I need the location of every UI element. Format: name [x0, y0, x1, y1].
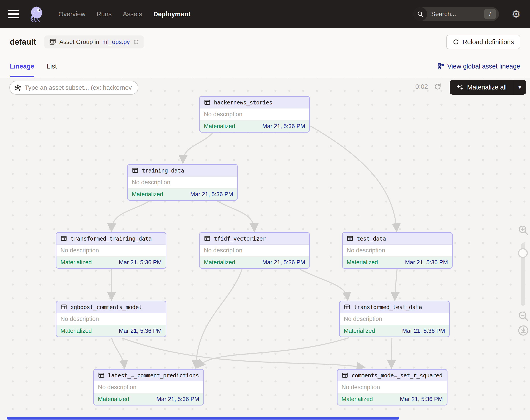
asset-node-footer: MaterializedMar 21, 5:36 PM: [200, 120, 309, 132]
asset-name: tfidf_vectorizer: [214, 235, 266, 242]
asset-node[interactable]: tfidf_vectorizerNo descriptionMaterializ…: [199, 232, 310, 269]
table-icon: [341, 372, 348, 379]
asset-node-header: transformed_training_data: [57, 233, 166, 245]
asset-name: transformed_training_data: [71, 235, 152, 242]
search-icon: [413, 7, 427, 21]
top-navigation: Overview Runs Assets Deployment Search..…: [0, 0, 530, 28]
reload-definitions-button[interactable]: Reload definitions: [446, 35, 520, 49]
graph-refresh-icon[interactable]: [434, 83, 442, 90]
tab-list[interactable]: List: [47, 56, 57, 77]
asset-description: No description: [338, 381, 447, 393]
nav-item-deployment[interactable]: Deployment: [153, 11, 191, 18]
materialize-all-label: Materialize all: [467, 84, 507, 91]
horizontal-scrollbar[interactable]: [7, 417, 399, 420]
materialize-all-button[interactable]: Materialize all: [450, 83, 513, 91]
asset-node-footer: MaterializedMar 21, 5:36 PM: [57, 325, 166, 337]
nav-item-overview[interactable]: Overview: [59, 11, 86, 18]
asset-timestamp[interactable]: Mar 21, 5:36 PM: [190, 191, 233, 198]
zoom-in-button[interactable]: [517, 224, 529, 236]
lineage-edge: [217, 201, 254, 230]
zoom-out-button[interactable]: [517, 310, 529, 322]
tab-lineage[interactable]: Lineage: [10, 56, 34, 77]
asset-name: comments_mode…_set_r_squared: [352, 372, 442, 379]
asset-node-footer: MaterializedMar 21, 5:36 PM: [200, 257, 309, 268]
lineage-edge: [310, 126, 397, 230]
asset-node-header: tfidf_vectorizer: [200, 233, 309, 245]
asset-status: Materialized: [344, 327, 375, 334]
asset-description: No description: [128, 177, 237, 189]
page-header: default Asset Group in ml_ops.py Reload …: [0, 28, 530, 56]
asset-group-label: Asset Group in: [59, 39, 99, 45]
asset-description: No description: [200, 108, 309, 120]
asset-node-header: comments_mode…_set_r_squared: [338, 370, 447, 381]
refresh-icon: [453, 39, 459, 45]
asset-timestamp[interactable]: Mar 21, 5:36 PM: [402, 327, 445, 334]
asset-timestamp[interactable]: Mar 21, 5:36 PM: [119, 327, 162, 334]
asset-node-footer: MaterializedMar 21, 5:36 PM: [338, 393, 447, 405]
asset-description: No description: [57, 313, 166, 325]
asset-group-file-link[interactable]: ml_ops.py: [102, 39, 130, 45]
asset-node[interactable]: latest_…_comment_predictionsNo descripti…: [93, 369, 204, 405]
asset-filter-input[interactable]: [24, 84, 133, 91]
asset-name: transformed_test_data: [354, 304, 422, 310]
asset-lineage-canvas[interactable]: 0:02 Materialize all ▾ hackernews_storie…: [0, 78, 530, 420]
asset-node-header: training_data: [128, 165, 237, 177]
asset-timestamp[interactable]: Mar 21, 5:36 PM: [156, 396, 199, 403]
table-icon: [60, 235, 67, 242]
dagster-octopus-logo[interactable]: [28, 6, 44, 22]
asset-status: Materialized: [132, 191, 163, 198]
asset-status: Materialized: [60, 327, 92, 334]
asset-name: hackernews_stories: [214, 99, 272, 106]
search-box[interactable]: Search... /: [413, 7, 499, 21]
reload-definitions-label: Reload definitions: [462, 38, 514, 46]
view-global-asset-lineage-link[interactable]: View global asset lineage: [437, 63, 520, 70]
asset-node[interactable]: xgboost_comments_modelNo descriptionMate…: [56, 300, 166, 337]
asset-timestamp[interactable]: Mar 21, 5:36 PM: [400, 396, 443, 403]
asset-node-header: test_data: [343, 233, 452, 245]
settings-gear-icon[interactable]: ⚙: [512, 9, 521, 19]
lineage-edge: [183, 133, 212, 162]
asset-timestamp[interactable]: Mar 21, 5:36 PM: [262, 123, 305, 130]
lineage-edge: [196, 269, 242, 367]
table-icon: [49, 38, 56, 45]
view-global-asset-lineage-label: View global asset lineage: [447, 63, 520, 70]
zoom-slider-thumb[interactable]: [518, 248, 528, 258]
asset-node[interactable]: test_dataNo descriptionMaterializedMar 2…: [342, 232, 453, 269]
table-icon: [204, 99, 211, 106]
asset-name: training_data: [142, 167, 184, 174]
asset-description: No description: [200, 245, 309, 257]
asset-node-header: xgboost_comments_model: [57, 301, 166, 313]
lineage-edge: [122, 338, 363, 367]
nav-item-runs[interactable]: Runs: [97, 11, 112, 18]
asset-name: latest_…_comment_predictions: [108, 372, 199, 379]
lineage-graph-icon: [437, 63, 444, 70]
download-image-button[interactable]: [517, 325, 529, 336]
graph-timer: 0:02: [415, 83, 428, 90]
lineage-edge: [395, 269, 397, 299]
page-title: default: [10, 37, 36, 47]
table-icon: [204, 235, 211, 242]
asset-node-header: latest_…_comment_predictions: [94, 370, 203, 381]
asset-timestamp[interactable]: Mar 21, 5:36 PM: [119, 259, 162, 266]
asset-node-footer: MaterializedMar 21, 5:36 PM: [94, 393, 203, 405]
asset-node[interactable]: transformed_training_dataNo descriptionM…: [56, 232, 166, 269]
asset-node[interactable]: transformed_test_dataNo descriptionMater…: [339, 300, 450, 337]
asset-timestamp[interactable]: Mar 21, 5:36 PM: [262, 259, 305, 266]
asset-status: Materialized: [204, 123, 235, 130]
nav-item-assets[interactable]: Assets: [123, 11, 142, 18]
dagster-app: Overview Runs Assets Deployment Search..…: [0, 0, 530, 420]
materialize-dropdown-caret[interactable]: ▾: [513, 84, 526, 90]
asset-description: No description: [340, 313, 449, 325]
asset-node[interactable]: training_dataNo descriptionMaterializedM…: [127, 164, 238, 201]
asset-node[interactable]: comments_mode…_set_r_squaredNo descripti…: [337, 369, 447, 405]
hamburger-menu-icon[interactable]: [8, 10, 19, 18]
nav-items: Overview Runs Assets Deployment: [59, 11, 191, 18]
asset-node-footer: MaterializedMar 21, 5:36 PM: [128, 189, 237, 200]
search-shortcut-key: /: [484, 9, 496, 19]
asset-node[interactable]: hackernews_storiesNo descriptionMaterial…: [199, 96, 310, 133]
asset-timestamp[interactable]: Mar 21, 5:36 PM: [405, 259, 448, 266]
asset-node-footer: MaterializedMar 21, 5:36 PM: [57, 257, 166, 268]
tabs-row: Lineage List View global asset lineage: [0, 56, 530, 77]
table-icon: [132, 167, 139, 174]
refresh-icon[interactable]: [133, 39, 139, 45]
